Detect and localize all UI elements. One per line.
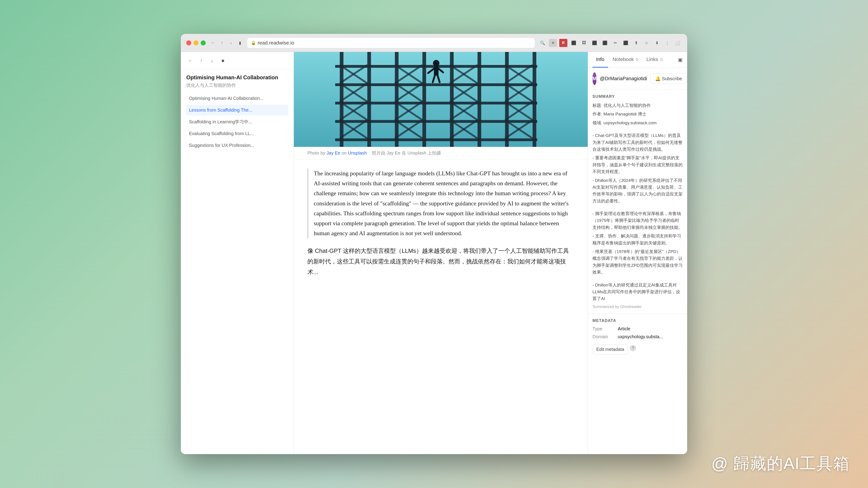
sidebar-expand-button[interactable]: ■ (219, 57, 227, 65)
edit-metadata-button[interactable]: Edit metadata (592, 344, 628, 355)
sidebar: ← ↑ ↓ ■ Optimising Human-AI Collaboratio… (181, 52, 294, 454)
svg-point-47 (433, 60, 439, 66)
sidebar-top-nav: ← ↑ ↓ ■ (181, 57, 293, 69)
toolbar-icons: 🔍 ✕ R ⬛ 🖼 ⬛ ⬛ ✏ ⬛ ⬆ ☆ ⬇ ⋮ ⬜ (538, 39, 682, 47)
sidebar-back-button[interactable]: ← (186, 57, 194, 65)
bookmark-icon[interactable]: ☆ (643, 39, 651, 47)
metadata-section: METADATA Type Article Domain uxpsycholog… (588, 314, 687, 359)
author-avatar: M (592, 72, 596, 85)
metadata-type-row: Type Article (592, 326, 683, 331)
search-icon[interactable]: 🔍 (538, 39, 547, 47)
sidebar-toggle-button[interactable]: ▮ (237, 39, 244, 46)
toc-item-1[interactable]: Optimising Human-AI Collaboration... (186, 93, 288, 104)
panel-expand-button[interactable]: ▣ (678, 52, 683, 68)
photo-credit: Photo by Jay Ee on Unsplash 照片由 Jay Ee 在… (294, 147, 588, 160)
summary-line-7: - 脚手架理论在教育理论中有深厚根基，布鲁纳（1975年）将脚手架比喻为给予学习… (592, 210, 683, 231)
browser-content: ← ↑ ↓ ■ Optimising Human-AI Collaboratio… (181, 52, 687, 454)
toc-item-2[interactable]: Lessons from Scaffolding The... (186, 105, 288, 116)
domain-value: uxpsychology.substa... (618, 334, 663, 339)
maximize-button[interactable] (201, 40, 206, 45)
close-tab-icon[interactable]: ✕ (549, 39, 557, 47)
article-area: Photo by Jay Ee on Unsplash 照片由 Jay Ee 在… (294, 52, 588, 454)
metadata-domain-row: Domain uxpsychology.substa... (592, 334, 683, 339)
photo-platform-link[interactable]: Unsplash (348, 151, 367, 156)
sidebar-up-button[interactable]: ↑ (197, 57, 205, 65)
extension-icon-2[interactable]: 🖼 (580, 39, 588, 47)
forward-button[interactable]: ↑ (218, 39, 225, 46)
summary-line-2: 作者: Maria Panagiotidi 博士 (592, 111, 683, 118)
svg-rect-48 (434, 66, 438, 76)
extension-icon-4[interactable]: ⬛ (601, 39, 609, 47)
toc-item-3[interactable]: Scaffolding in Learning学习中... (186, 116, 288, 127)
down-button[interactable]: ↓ (227, 39, 235, 46)
type-label: Type (592, 326, 615, 331)
url-text: read.readwise.io (258, 40, 294, 46)
summary-line-4: - Chat-GPT及等大型语言模型（LLMs）的普及为来了AI辅助写作工具的新… (592, 132, 683, 153)
summary-title: SUMMARY (592, 94, 683, 99)
photo-credit-text: Photo by (307, 151, 325, 156)
metadata-title: METADATA (592, 318, 683, 323)
article-content: The increasing popularity of large langu… (294, 160, 588, 287)
author-section: M @DrMariaPanagiotidi 🔔 Subscribe (588, 68, 687, 90)
summary-line-10: - Dhillon等人的研究通过且定义AI集成工具对LLMs在共同写作任务中的脚… (592, 282, 683, 302)
tab-links[interactable]: Links 0 (643, 52, 666, 68)
download-icon[interactable]: ⬇ (653, 39, 661, 47)
address-bar[interactable]: 🔒 read.readwise.io (247, 38, 535, 48)
photo-credit-chinese: 照片由 Jay Ee 在 Unsplash 上拍摄 (372, 151, 441, 156)
sidebar-down-button[interactable]: ↓ (208, 57, 216, 65)
summary-line-1: 标题: 优化人与人工智能的协作 (592, 102, 683, 109)
summarized-by: Summarized by Ghostreader (592, 304, 683, 309)
toc-item-4[interactable]: Evaluating Scaffolding from LL... (186, 128, 288, 139)
right-panel: Info Notebook 0 Links 0 ▣ M @DrMariaPana… (588, 52, 687, 454)
toc-section: Optimising Human-AI Collaboration 优化人与人工… (181, 69, 293, 450)
tab-notebook[interactable]: Notebook 0 (609, 52, 642, 68)
summary-line-5: - 重要考虑因素是"脚手架"水平，即AI提供的支持指导，涵盖从单个句子建议到生成… (592, 155, 683, 175)
article-chinese-paragraph: 像 Chat-GPT 这样的大型语言模型（LLMs）越来越受欢迎，将我们带入了一… (307, 246, 574, 277)
toc-item-5[interactable]: Suggestions for UX Profession... (186, 140, 288, 151)
back-button[interactable]: ← (209, 39, 217, 46)
fullscreen-icon[interactable]: ⬜ (674, 39, 682, 47)
settings-icon[interactable]: ⋮ (663, 39, 671, 47)
subscribe-button[interactable]: 🔔 Subscribe (650, 73, 687, 84)
type-value: Article (618, 326, 630, 331)
help-icon[interactable]: ? (630, 345, 636, 351)
edit-metadata-label: Edit metadata (596, 347, 624, 352)
extension-icon-3[interactable]: ⬛ (590, 39, 598, 47)
panel-tabs: Info Notebook 0 Links 0 ▣ (588, 52, 687, 68)
summary-line-9: - 维果茨基（1978年）的"最近发展区"（ZPD）概念强调了学习者在有无指导下… (592, 248, 683, 276)
pen-icon[interactable]: ✏ (611, 39, 619, 47)
scaffold-illustration (294, 52, 588, 147)
tab-info[interactable]: Info (592, 52, 608, 68)
svg-rect-14 (335, 138, 537, 141)
nav-buttons: ← ↑ ↓ ▮ (209, 39, 244, 46)
browser-chrome: ← ↑ ↓ ▮ 🔒 read.readwise.io 🔍 ✕ R ⬛ 🖼 ⬛ ⬛… (181, 34, 687, 52)
subscribe-icon: 🔔 (655, 76, 661, 81)
extension-icon-1[interactable]: ⬛ (569, 39, 578, 47)
photo-credit-on: on (342, 151, 348, 156)
close-button[interactable] (186, 40, 191, 45)
browser-window: ← ↑ ↓ ▮ 🔒 read.readwise.io 🔍 ✕ R ⬛ 🖼 ⬛ ⬛… (181, 34, 687, 454)
minimize-button[interactable] (193, 40, 198, 45)
article-main-paragraph: The increasing popularity of large langu… (314, 168, 574, 238)
watermark: @ 歸藏的AI工具箱 (711, 453, 850, 475)
article-toc-subtitle: 优化人与人工智能的协作 (186, 82, 288, 88)
summary-line-3: 领域: uxpsychology.substack.com (592, 120, 683, 126)
lock-icon: 🔒 (251, 40, 256, 45)
photo-author-link[interactable]: Jay Ee (327, 151, 340, 156)
article-toc-title: Optimising Human-AI Collaboration (186, 74, 288, 81)
traffic-lights (186, 40, 206, 45)
extension-icon-5[interactable]: ⬛ (622, 39, 630, 47)
domain-label: Domain (592, 334, 615, 339)
readwise-icon[interactable]: R (559, 39, 567, 47)
summary-line-8: - 支撑、协作、解决问题、逐步取消支持和学习顺序是布鲁纳提出的脚手架的关键原则。 (592, 233, 683, 247)
summary-line-6: - Dhillon等人（2024年）的研究系统评估了不同AI支架对写作质量、用户… (592, 177, 683, 205)
author-handle[interactable]: @DrMariaPanagiotidi (600, 76, 647, 82)
summary-section: SUMMARY 标题: 优化人与人工智能的协作 作者: Maria Panagi… (588, 90, 687, 314)
article-hero-image (294, 52, 588, 147)
photo-credit-chinese-separator (368, 151, 370, 156)
share-icon[interactable]: ⬆ (632, 39, 640, 47)
